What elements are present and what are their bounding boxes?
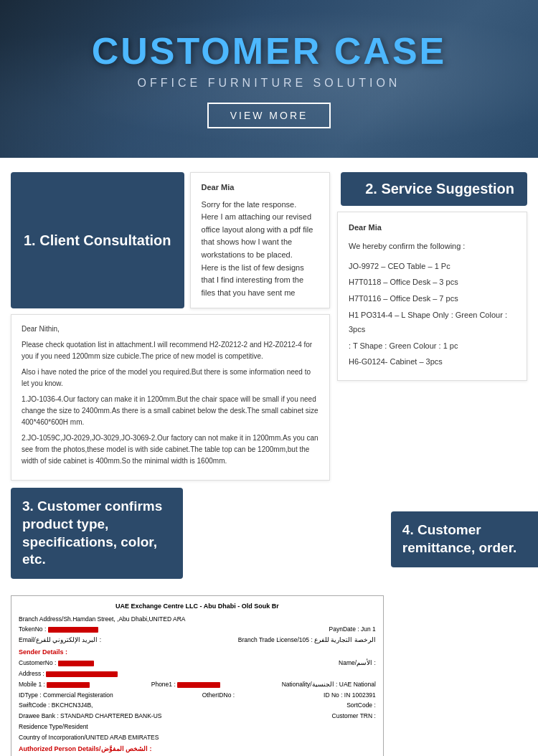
- section2-label: 2. Service Suggestion: [341, 172, 527, 206]
- section1-email-card: Dear Mia Sorry for the late response. He…: [190, 172, 330, 308]
- res-label: Residence Type/Resident: [19, 722, 88, 732]
- country-row: Country of Incorporation/UNITED ARAB EMI…: [19, 733, 376, 742]
- address-row: Address :: [19, 669, 376, 679]
- hero-title-main: CUSTOMER: [92, 30, 334, 72]
- hero-title: CUSTOMER CASE: [92, 29, 447, 72]
- branch-label: Branch Address/Sh.Hamdan Street, ,Abu Dh…: [19, 615, 185, 624]
- swift-label: SwiftCode : BKCHCN3J4B,: [19, 701, 93, 710]
- confirm-item-2: H7T0116 – Office Desk – 7 pcs: [349, 292, 516, 306]
- bank-title: UAE Exchange Centre LLC - Abu Dhabi - Ol…: [19, 602, 376, 612]
- section3-label: 3. Customer confirms product type, speci…: [11, 488, 183, 579]
- mobile-label: Mobile 1 :: [19, 680, 90, 689]
- letter-greeting: Dear Nithin,: [22, 323, 319, 335]
- email-line2: Here I am attaching our revised office l…: [202, 211, 318, 261]
- confirm-greeting: Dear Mia: [349, 221, 516, 235]
- bank-document: UAE Exchange Centre LLC - Abu Dhabi - Ol…: [11, 595, 384, 756]
- sender-title: Sender Details :: [19, 648, 376, 658]
- drawee-label: Drawee Bank : STANDARD CHARTERED BANK-US: [19, 712, 161, 721]
- confirm-item-0: JO-9972 – CEO Table – 1 Pc: [349, 260, 516, 274]
- letter-p1: Please check quotation list in attachmen…: [22, 339, 319, 362]
- section2-confirm-card: Dear Mia We hereby confirm the following…: [337, 212, 527, 381]
- confirm-item-5: H6-G0124- Cabinet – 3pcs: [349, 355, 516, 369]
- token-label: TokenNo :: [19, 625, 98, 634]
- phone-label: Phone1 :: [151, 680, 220, 689]
- customer-no: CustomerNo :: [19, 658, 94, 668]
- paydate-label: PaynDate : Jun 1: [329, 625, 376, 634]
- email-label: Email/البريد الإلكتروني للفرع :: [19, 635, 101, 645]
- letter-p3: 1.JO-1036-4.Our factory can make it in 1…: [22, 394, 319, 428]
- confirm-item-4: : T Shape : Green Colour : 1 pc: [349, 339, 516, 354]
- section1-letter: Dear Nithin, Please check quotation list…: [11, 314, 330, 481]
- letter-p2: Also i have noted the price of the model…: [22, 367, 319, 389]
- confirm-intro: We hereby confirm the following :: [349, 240, 516, 254]
- view-more-button[interactable]: VIEW MORE: [207, 103, 331, 128]
- idtype-label: IDType : Commercial Registeration: [19, 691, 113, 700]
- id-no-label: ID No : IN 1002391: [324, 691, 376, 700]
- hero-section: CUSTOMER CASE OFFICE FURNITURE SOLUTION …: [0, 0, 538, 158]
- main-content: 1. Client Consultation Dear Mia Sorry fo…: [0, 158, 538, 756]
- email-line1: Sorry for the late response.: [202, 199, 318, 212]
- confirm-item-1: H7T0118 – Office Desk – 3 pcs: [349, 275, 516, 290]
- section1-label: 1. Client Consultation: [11, 172, 184, 308]
- customer-trn-label: Customer TRN :: [332, 712, 376, 721]
- other-id-label: OtherIDNo :: [202, 691, 235, 700]
- hero-title-accent: CASE: [334, 30, 446, 72]
- name-label: Name/الأسم :: [339, 658, 376, 668]
- confirm-items: JO-9972 – CEO Table – 1 Pc H7T0118 – Off…: [349, 260, 516, 370]
- license-label: Branch Trade License/الرخصة التجارية للف…: [238, 635, 376, 645]
- nationality-label: Nationality/الجنسية : UAE National: [282, 680, 376, 689]
- confirm-item-3: H1 PO314-4 – L Shape Only : Green Colour…: [349, 308, 516, 337]
- email-to: Dear Mia: [202, 181, 318, 194]
- auth-title: Authorized Person Details/الشخص المفوَّض…: [19, 745, 376, 755]
- letter-p4: 2.JO-1059C,JO-2029,JO-3029,JO-3069-2.Our…: [22, 433, 319, 467]
- hero-subtitle: OFFICE FURNITURE SOLUTION: [138, 77, 401, 90]
- email-line3: Here is the list of few designs that I f…: [202, 262, 318, 300]
- sort-label: SortCode :: [346, 701, 376, 710]
- section4-label: 4. Customer remittance, order.: [391, 511, 538, 567]
